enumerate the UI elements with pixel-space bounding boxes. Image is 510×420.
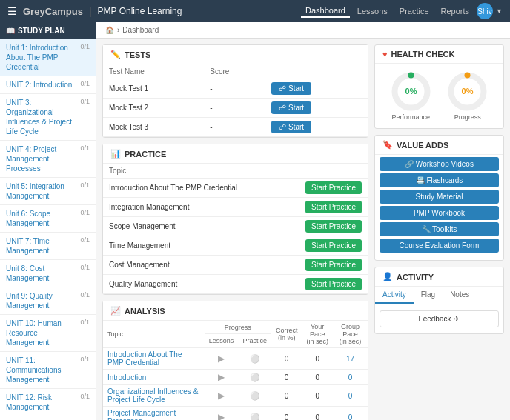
health-icon: ♥ xyxy=(382,50,388,59)
analysis-correct: 0 xyxy=(271,407,302,421)
start-practice-button[interactable]: Start Practice xyxy=(305,181,362,194)
sidebar-item[interactable]: Unit 9: Quality Management0/1 xyxy=(0,287,96,315)
user-avatar[interactable]: Shiv xyxy=(477,3,493,19)
table-row: Mock Test 1 - ☍ Start xyxy=(103,79,368,99)
breadcrumb-sep1: › xyxy=(117,26,119,34)
svg-text:0%: 0% xyxy=(462,87,474,96)
progress-label: Progress xyxy=(447,113,488,121)
practice-topic: Scope Management xyxy=(103,217,281,236)
table-row: Cost Management Start Practice xyxy=(103,256,368,275)
analysis-correct: 0 xyxy=(271,370,302,385)
tests-icon: ✏️ xyxy=(110,50,121,59)
analysis-your-pace: 0 xyxy=(302,407,333,421)
practice-topic: Time Management xyxy=(103,236,281,256)
value-add-button[interactable]: Study Material xyxy=(380,190,499,204)
table-row: Project Management Processes ▶ ⚪ 0 0 0 xyxy=(103,407,368,421)
sidebar-item[interactable]: Unit 1: Introduction About The PMP Crede… xyxy=(0,39,96,76)
start-practice-button[interactable]: Start Practice xyxy=(305,201,362,213)
table-row: Mock Test 2 - ☍ Start xyxy=(103,99,368,118)
sidebar-item[interactable]: UNIT 7: Time Management0/1 xyxy=(0,233,96,260)
analysis-group-pace: 17 xyxy=(333,348,368,370)
nav-reports[interactable]: Reports xyxy=(437,5,474,17)
value-add-button[interactable]: 🔗 Workshop Videos xyxy=(380,157,499,171)
sidebar-item[interactable]: UNIT 11: Communications Management0/1 xyxy=(0,352,96,389)
analysis-lessons-progress: ▶ xyxy=(205,407,239,421)
analysis-col-your-pace: Your Pace(in sec) xyxy=(302,321,333,348)
health-check-section: ♥ HEALTH CHECK 0% P xyxy=(374,44,504,129)
table-row: Introduction About The PMP Credential ▶ … xyxy=(103,348,368,370)
feedback-label: Feedback xyxy=(419,315,451,323)
breadcrumb-home[interactable]: 🏠 xyxy=(105,26,114,34)
test-score: - xyxy=(204,99,265,118)
tests-title: TESTS xyxy=(125,50,150,59)
sidebar-item[interactable]: UNIT 4: Project Management Processes0/1 xyxy=(0,141,96,178)
menu-icon[interactable]: ☰ xyxy=(7,5,17,17)
analysis-col-correct: Correct(in %) xyxy=(271,321,302,348)
analysis-practice-progress: ⚪ xyxy=(238,370,271,385)
value-icon: 🔖 xyxy=(382,140,393,150)
tab-flag[interactable]: Flag xyxy=(414,287,443,304)
value-adds-section: 🔖 VALUE ADDS 🔗 Workshop Videos📇 Flashcar… xyxy=(374,135,504,261)
table-row: Mock Test 3 - ☍ Start xyxy=(103,118,368,137)
tab-activity[interactable]: Activity xyxy=(375,287,414,304)
top-nav: ☰ GreyCampus | PMP Online Learning Dashb… xyxy=(0,0,510,22)
analysis-correct: 0 xyxy=(271,385,302,407)
activity-title: ACTIVITY xyxy=(397,273,434,281)
value-add-button[interactable]: Course Evaluation Form xyxy=(380,239,499,253)
performance-label: Performance xyxy=(391,113,431,121)
analysis-sub-practice: Practice xyxy=(238,334,271,348)
analysis-topic: Introduction xyxy=(103,370,205,385)
health-check-title: HEALTH CHECK xyxy=(391,50,455,59)
analysis-icon: 📈 xyxy=(110,306,121,316)
breadcrumb: 🏠 › Dashboard xyxy=(96,22,510,39)
tests-section: ✏️ TESTS Test Name Score Mock Test 1 - xyxy=(102,44,368,138)
activity-icon: 👤 xyxy=(382,272,393,281)
main-content: 🏠 › Dashboard ✏️ TESTS Test Name xyxy=(96,22,510,420)
sidebar-item[interactable]: UNIT 2: Introduction0/1 xyxy=(0,76,96,94)
start-test-button[interactable]: ☍ Start xyxy=(271,82,311,95)
feedback-button[interactable]: Feedback ✈ xyxy=(380,310,499,327)
practice-topic: Quality Management xyxy=(103,275,281,294)
value-add-button[interactable]: PMP Workbook xyxy=(380,206,499,220)
practice-topic: Cost Management xyxy=(103,256,281,275)
nav-lessons[interactable]: Lessons xyxy=(353,5,392,17)
breadcrumb-page: Dashboard xyxy=(122,26,159,34)
value-add-button[interactable]: 📇 Flashcards xyxy=(380,173,499,187)
sidebar-item[interactable]: Unit 8: Cost Management0/1 xyxy=(0,260,96,287)
table-row: Integration Management Start Practice xyxy=(103,198,368,217)
start-practice-button[interactable]: Start Practice xyxy=(305,259,362,271)
start-test-button[interactable]: ☍ Start xyxy=(271,121,311,133)
table-row: Introduction ▶ ⚪ 0 0 0 xyxy=(103,370,368,385)
sidebar-item[interactable]: UNIT 12: Risk Management0/1 xyxy=(0,389,96,416)
sidebar-item[interactable]: UNIT 13: Procurement Management0/1 xyxy=(0,416,96,420)
test-score: - xyxy=(204,79,265,99)
tests-col-name: Test Name xyxy=(103,64,204,79)
analysis-col-progress: Progress xyxy=(205,321,271,334)
table-row: Quality Management Start Practice xyxy=(103,275,368,294)
start-test-button[interactable]: ☍ Start xyxy=(271,101,311,114)
sidebar-item[interactable]: Unit 5: Integration Management0/1 xyxy=(0,178,96,205)
analysis-correct: 0 xyxy=(271,348,302,370)
analysis-lessons-progress: ▶ xyxy=(205,370,239,385)
analysis-your-pace: 0 xyxy=(302,385,333,407)
analysis-topic: Project Management Processes xyxy=(103,407,205,421)
practice-icon: 📊 xyxy=(110,149,121,159)
analysis-your-pace: 0 xyxy=(302,348,333,370)
logo: GreyCampus xyxy=(23,6,83,17)
value-add-button[interactable]: 🔧 Toolkits xyxy=(380,222,499,236)
start-practice-button[interactable]: Start Practice xyxy=(305,239,362,252)
analysis-practice-progress: ⚪ xyxy=(238,348,271,370)
analysis-section: 📈 ANALYSIS Topic Progress Correct(in %) … xyxy=(102,301,368,420)
nav-dashboard[interactable]: Dashboard xyxy=(301,4,350,18)
start-practice-button[interactable]: Start Practice xyxy=(305,278,362,290)
analysis-your-pace: 0 xyxy=(302,370,333,385)
analysis-title: ANALYSIS xyxy=(125,307,165,316)
table-row: Organizational Influences & Project Life… xyxy=(103,385,368,407)
sidebar-item[interactable]: UNIT 3: Organizational Influences & Proj… xyxy=(0,94,96,141)
tab-notes[interactable]: Notes xyxy=(443,287,477,304)
nav-practice[interactable]: Practice xyxy=(395,5,434,17)
sidebar-item[interactable]: UNIT 10: Human Resource Management0/1 xyxy=(0,315,96,352)
tests-col-score: Score xyxy=(204,64,265,79)
sidebar-item[interactable]: Unit 6: Scope Management0/1 xyxy=(0,205,96,233)
start-practice-button[interactable]: Start Practice xyxy=(305,220,362,233)
